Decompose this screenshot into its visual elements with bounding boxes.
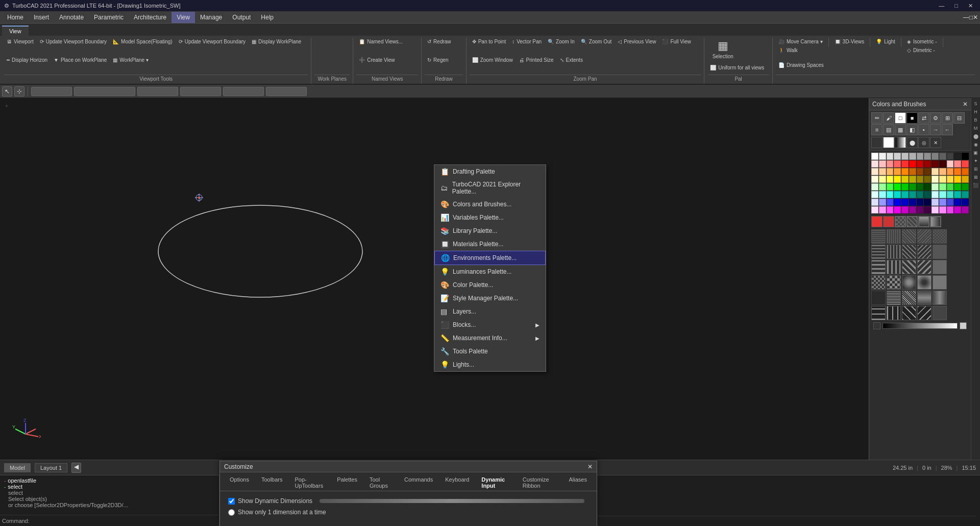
ps9[interactable]	[917, 245, 932, 259]
btn-zoom-in[interactable]: 🔍 Zoom In	[545, 38, 577, 45]
btn-vector-pan[interactable]: ↕ Vector Pan	[509, 38, 544, 45]
menu-item-luminances-palette[interactable]: 💡 Luminances Palette...	[434, 265, 546, 278]
cs-y4[interactable]	[894, 176, 901, 183]
command-input[interactable]	[32, 518, 217, 524]
ps18[interactable]	[902, 275, 916, 290]
cs-lgray4[interactable]	[901, 153, 909, 160]
menu-item-environments-palette[interactable]: 🌐 Environments Palette...	[434, 251, 546, 265]
cs-m1[interactable]	[871, 206, 878, 213]
btn-redraw[interactable]: ↺ Redraw	[425, 38, 453, 45]
cs-y2[interactable]	[879, 176, 886, 183]
btn-place-workplane[interactable]: ▼ Place on WorkPlane	[51, 56, 109, 64]
cust-tab-aliases[interactable]: Aliases	[564, 474, 593, 491]
cust-tab-toolbars[interactable]: Toolbars	[256, 474, 288, 491]
radio-1-dimension[interactable]	[228, 509, 235, 516]
cs-b4[interactable]	[894, 199, 901, 206]
cs-c9[interactable]	[932, 191, 939, 198]
color-tool-remove[interactable]: ⊟	[953, 112, 965, 124]
ps29[interactable]	[917, 306, 932, 320]
menu-architecture[interactable]: Architecture	[129, 12, 172, 23]
menu-item-materials-palette[interactable]: 🔲 Materials Palette...	[434, 237, 546, 251]
cs-r9[interactable]	[932, 160, 939, 168]
cs-m10[interactable]	[939, 206, 946, 213]
menu-item-colors-brushes[interactable]: 🎨 Colors and Brushes...	[434, 198, 546, 211]
toolbar-pointer-btn[interactable]: ↖	[2, 86, 12, 97]
toolbar-input2[interactable]	[74, 87, 135, 96]
ps7[interactable]	[887, 245, 901, 259]
cs-gradient2[interactable]	[930, 216, 941, 227]
tab-view[interactable]: View	[2, 26, 29, 36]
menu-item-variables-palette[interactable]: 📊 Variables Palette...	[434, 211, 546, 224]
cs-r12[interactable]	[954, 160, 961, 168]
color-tool-black[interactable]: ■	[906, 112, 918, 124]
cs-o10[interactable]	[939, 168, 946, 175]
cust-tab-customize-ribbon[interactable]: Customize Ribbon	[517, 474, 562, 491]
btn-3dviews[interactable]: 🔲 3D-Views	[832, 38, 867, 45]
color-tool-extra1[interactable]: ⬤	[906, 137, 918, 148]
cs-black[interactable]	[962, 153, 969, 160]
cs-r11[interactable]	[947, 160, 954, 168]
cs-r4[interactable]	[894, 160, 901, 168]
cs-r8[interactable]	[924, 160, 931, 168]
cs-gradient1[interactable]	[918, 216, 929, 227]
menu-item-blocks[interactable]: ⬛ Blocks... ▶	[434, 318, 546, 331]
side-icon-9[interactable]: ⊞	[972, 165, 980, 173]
cs-c4[interactable]	[894, 191, 901, 198]
menu-item-layers[interactable]: ▤ Layers...	[434, 305, 546, 318]
menu-insert[interactable]: Insert	[29, 12, 54, 23]
btn-selection[interactable]: ▦ Selection	[707, 38, 738, 61]
cs-c6[interactable]	[909, 191, 916, 198]
cs-m3[interactable]	[887, 206, 894, 213]
cs-o4[interactable]	[894, 168, 901, 175]
menu-help[interactable]: Help	[256, 12, 279, 23]
toolbar-input4[interactable]	[180, 87, 221, 96]
toolbar-input6[interactable]	[266, 87, 307, 96]
btn-isometric[interactable]: ◈ Isometric -	[904, 38, 940, 45]
cust-tab-commands[interactable]: Commands	[399, 474, 438, 491]
ps22[interactable]	[887, 291, 901, 305]
cs-r2[interactable]	[879, 160, 886, 168]
cs-y8[interactable]	[924, 176, 931, 183]
cs-b2[interactable]	[879, 199, 886, 206]
color-tool-h1[interactable]: ▤	[883, 124, 894, 135]
color-tool-square[interactable]: ▪	[918, 124, 929, 135]
cust-tab-palettes[interactable]: Palettes	[331, 474, 363, 491]
cs-pattern1[interactable]	[895, 216, 906, 227]
cs-o13[interactable]	[962, 168, 969, 175]
cs-o8[interactable]	[924, 168, 931, 175]
cust-tab-toolgroups[interactable]: Tool Groups	[364, 474, 398, 491]
btn-model-space[interactable]: 📐 Model Space(Floating)	[110, 38, 175, 45]
gradient-bar[interactable]	[883, 323, 958, 329]
ps25[interactable]	[933, 291, 947, 305]
color-tool-left[interactable]: ←	[942, 124, 953, 135]
cs-g9[interactable]	[932, 183, 939, 190]
ps3[interactable]	[902, 229, 916, 244]
menu-parametric[interactable]: Parametric	[89, 12, 129, 23]
color-tool-list[interactable]: ≡	[871, 124, 883, 135]
cs-m11[interactable]	[947, 206, 954, 213]
btn-update-viewport2[interactable]: ⟳ Update Viewport Boundary	[176, 38, 248, 45]
side-icon-6[interactable]: ◉	[972, 141, 980, 148]
toolbar-select-btn[interactable]: ⊹	[14, 86, 24, 97]
menu-item-explorer-palette[interactable]: 🗂 TurboCAD 2021 Explorer Palette...	[434, 178, 546, 198]
ps11[interactable]	[871, 260, 886, 274]
cs-g7[interactable]	[917, 183, 924, 190]
gradient-end[interactable]	[960, 322, 967, 329]
cs-dgray1[interactable]	[939, 153, 946, 160]
menu-item-color-palette[interactable]: 🎨 Color Palette...	[434, 278, 546, 292]
btn-zoom-out[interactable]: 🔍 Zoom Out	[578, 38, 614, 45]
cs-g8[interactable]	[924, 183, 931, 190]
ps30[interactable]	[933, 306, 947, 320]
ps1[interactable]	[871, 229, 886, 244]
menu-manage[interactable]: Manage	[195, 12, 227, 23]
cs-mgray3[interactable]	[924, 153, 931, 160]
cs-mgray1[interactable]	[909, 153, 916, 160]
color-tool-white[interactable]: □	[895, 112, 906, 124]
color-tool-add[interactable]: ⊞	[942, 112, 953, 124]
ps14[interactable]	[917, 260, 932, 274]
minimize-outer-button[interactable]: —	[936, 2, 947, 10]
cs-y9[interactable]	[932, 176, 939, 183]
cs-c12[interactable]	[954, 191, 961, 198]
gradient-start[interactable]	[873, 322, 880, 329]
btn-display-workplane[interactable]: ▦ Display WorkPlane	[249, 38, 304, 45]
